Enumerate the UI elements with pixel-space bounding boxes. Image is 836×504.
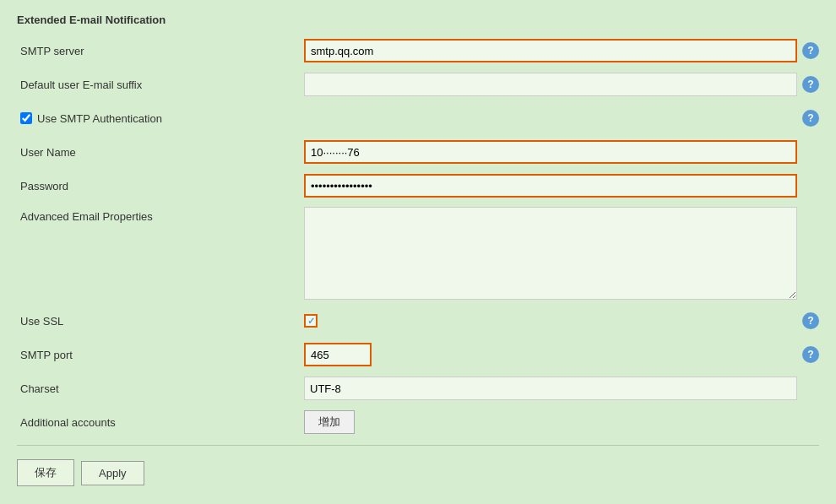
save-button[interactable]: 保存 <box>17 459 74 486</box>
advanced-email-input-wrapper <box>304 207 819 300</box>
footer-buttons: 保存 Apply <box>17 456 819 486</box>
smtp-port-label: SMTP port <box>17 349 304 361</box>
smtp-server-input-wrapper: ? <box>304 39 819 62</box>
default-suffix-input[interactable] <box>304 73 797 96</box>
user-name-input-wrapper <box>304 140 819 164</box>
additional-accounts-row: Additional accounts 增加 <box>17 409 819 435</box>
advanced-email-row: Advanced Email Properties <box>17 207 819 300</box>
main-container: Extended E-mail Notification SMTP server… <box>0 0 836 504</box>
add-account-button[interactable]: 增加 <box>304 410 355 434</box>
smtp-server-row: SMTP server ? <box>17 38 819 63</box>
charset-input-wrapper <box>304 377 819 400</box>
apply-button[interactable]: Apply <box>81 461 144 485</box>
use-ssl-label: Use SSL <box>17 315 304 328</box>
charset-row: Charset <box>17 376 819 401</box>
password-row: Password <box>17 173 819 198</box>
additional-accounts-label: Additional accounts <box>17 416 304 429</box>
additional-accounts-input-wrapper: 增加 <box>304 410 819 434</box>
user-name-row: User Name <box>17 139 819 165</box>
use-smtp-auth-checkbox[interactable] <box>20 112 32 124</box>
smtp-port-row: SMTP port ? <box>17 342 819 367</box>
use-ssl-row: Use SSL ✓ ? <box>17 308 819 333</box>
password-input[interactable] <box>304 174 797 198</box>
advanced-email-textarea[interactable] <box>304 207 797 300</box>
use-smtp-auth-help-icon[interactable]: ? <box>802 110 819 127</box>
use-ssl-input-wrapper: ✓ ? <box>304 312 819 329</box>
user-name-label: User Name <box>17 146 304 159</box>
default-suffix-help-icon[interactable]: ? <box>802 76 819 93</box>
use-smtp-auth-label: Use SMTP Authentication <box>17 112 304 125</box>
smtp-port-input-wrapper: ? <box>304 343 819 366</box>
advanced-email-label: Advanced Email Properties <box>17 207 304 223</box>
divider <box>17 445 819 446</box>
password-input-wrapper <box>304 174 819 198</box>
default-suffix-row: Default user E-mail suffix ? <box>17 72 819 97</box>
use-smtp-auth-row: Use SMTP Authentication ? <box>17 106 819 131</box>
default-suffix-input-wrapper: ? <box>304 73 819 96</box>
charset-label: Charset <box>17 382 304 395</box>
default-suffix-label: Default user E-mail suffix <box>17 79 304 91</box>
smtp-port-help-icon[interactable]: ? <box>802 346 819 363</box>
smtp-server-input[interactable] <box>304 39 797 62</box>
use-ssl-checkmark: ✓ <box>307 316 315 327</box>
use-smtp-auth-right: ? <box>304 110 819 127</box>
charset-input[interactable] <box>304 377 797 400</box>
user-name-input[interactable] <box>304 140 797 164</box>
use-ssl-help-icon[interactable]: ? <box>802 312 819 329</box>
smtp-server-label: SMTP server <box>17 45 304 57</box>
smtp-server-help-icon[interactable]: ? <box>802 42 819 59</box>
password-label: Password <box>17 180 304 192</box>
smtp-port-input[interactable] <box>304 343 372 366</box>
use-ssl-checkbox[interactable]: ✓ <box>304 314 318 328</box>
section-title: Extended E-mail Notification <box>17 14 819 26</box>
